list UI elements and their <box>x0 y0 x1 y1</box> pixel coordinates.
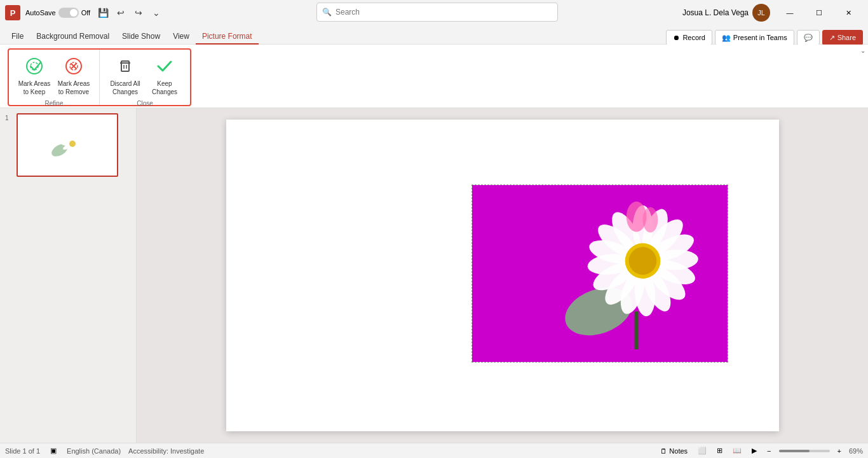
zoom-in-button[interactable]: + <box>835 446 844 456</box>
slideshow-button[interactable]: ▶ <box>749 445 759 456</box>
status-right: 🗒 Notes ⬜ ⊞ 📖 ▶ − + 69% <box>658 445 863 456</box>
minimize-button[interactable]: — <box>775 3 804 22</box>
keep-changes-label: KeepChanges <box>152 80 177 96</box>
customize-button[interactable]: ⌄ <box>149 5 164 20</box>
keep-changes-button[interactable]: KeepChanges <box>147 52 182 99</box>
status-bar: Slide 1 of 1 ▣ English (Canada) Accessib… <box>0 443 868 458</box>
keep-changes-icon <box>153 55 176 78</box>
svg-point-0 <box>27 59 42 74</box>
search-input[interactable] <box>336 8 552 17</box>
search-icon: 🔍 <box>322 8 332 17</box>
ribbon-group-close: Discard AllChanges KeepChanges Close <box>100 50 190 105</box>
editor-area <box>137 108 868 443</box>
accessibility-label: Accessibility: Investigate <box>128 447 204 455</box>
save-button[interactable]: 💾 <box>95 5 111 20</box>
app-icon: P <box>5 5 20 20</box>
zoom-slider[interactable] <box>779 450 830 452</box>
ribbon-tabs: File Background Removal Slide Show View … <box>0 25 868 45</box>
toggle-knob <box>70 9 78 17</box>
autosave-label: AutoSave <box>25 9 56 17</box>
discard-all-button[interactable]: Discard AllChanges <box>107 52 143 99</box>
redo-button[interactable]: ↪ <box>131 5 146 20</box>
flower-background <box>472 185 728 362</box>
slide-sorter-button[interactable]: ⊞ <box>714 445 725 456</box>
record-label: Record <box>682 34 705 41</box>
refine-group-label: Refine <box>45 99 64 108</box>
language-label: English (Canada) <box>67 447 121 455</box>
slide-item[interactable]: 1 <box>5 113 131 177</box>
ribbon-expand-icon[interactable]: ⌄ <box>860 47 865 54</box>
tab-view[interactable]: View <box>166 29 196 45</box>
close-button[interactable]: ✕ <box>834 3 863 22</box>
ribbon: ⌄ Mark Areasto Keep <box>0 45 868 108</box>
present-teams-label: Present in Teams <box>733 34 787 41</box>
normal-view-button[interactable]: ⬜ <box>695 445 709 456</box>
zoom-out-button[interactable]: − <box>764 446 773 456</box>
discard-icon <box>114 55 137 78</box>
tab-slide-show[interactable]: Slide Show <box>116 29 166 45</box>
svg-point-40 <box>642 207 658 233</box>
share-label: Share <box>837 34 856 41</box>
user-avatar: JL <box>752 4 770 22</box>
teams-icon: 👥 <box>722 34 731 42</box>
autosave-group: AutoSave Off <box>25 8 90 18</box>
share-button[interactable]: ↗ Share <box>822 30 863 45</box>
notes-label: Notes <box>669 447 688 455</box>
outline-icon: ▣ <box>50 447 57 455</box>
mark-keep-icon <box>23 55 46 78</box>
notes-icon: 🗒 <box>660 447 667 455</box>
svg-point-38 <box>628 247 656 275</box>
autosave-toggle[interactable] <box>58 8 79 18</box>
main-area: 1 <box>0 108 868 443</box>
maximize-button[interactable]: ☐ <box>804 3 834 22</box>
share-icon: ↗ <box>829 34 835 42</box>
mark-areas-remove-button[interactable]: Mark Areasto Remove <box>56 52 92 99</box>
slide-panel[interactable]: 1 <box>0 108 137 443</box>
autosave-state: Off <box>81 9 90 17</box>
mark-remove-icon <box>62 55 85 78</box>
window-controls: — ☐ ✕ <box>775 3 863 22</box>
slide-info: Slide 1 of 1 <box>5 447 40 455</box>
present-teams-button[interactable]: 👥 Present in Teams <box>715 30 794 45</box>
flower-image-container[interactable] <box>471 184 728 363</box>
slide-number: 1 <box>5 113 13 121</box>
zoom-level: 69% <box>849 447 863 455</box>
slide-thumbnail[interactable] <box>17 113 118 177</box>
ribbon-group-refine: Mark Areasto Keep Mark Areasto Remove Re… <box>9 50 100 105</box>
thumbnail-flower-svg <box>42 126 93 164</box>
record-icon: ⏺ <box>673 34 680 41</box>
mark-areas-keep-button[interactable]: Mark Areasto Keep <box>17 52 52 99</box>
mark-remove-label: Mark Areasto Remove <box>58 80 90 96</box>
slide-canvas[interactable] <box>226 120 779 431</box>
close-group-label: Close <box>137 99 153 108</box>
tab-picture-format[interactable]: Picture Format <box>196 29 259 45</box>
tab-background-removal[interactable]: Background Removal <box>30 29 116 45</box>
daisy-svg <box>472 185 728 362</box>
reading-view-button[interactable]: 📖 <box>730 445 744 456</box>
user-name: Josua L. Dela Vega <box>682 8 749 17</box>
search-bar: 🔍 <box>316 3 558 22</box>
record-button[interactable]: ⏺ Record <box>666 30 712 45</box>
discard-label: Discard AllChanges <box>110 80 140 96</box>
notes-button[interactable]: 🗒 Notes <box>658 446 690 456</box>
user-area: Josua L. Dela Vega JL <box>682 4 770 22</box>
comments-button[interactable]: 💬 <box>797 30 820 45</box>
svg-point-18 <box>69 141 76 147</box>
zoom-track <box>779 450 810 452</box>
quick-access-toolbar: 💾 ↩ ↪ ⌄ <box>95 5 164 20</box>
comments-icon: 💬 <box>804 34 813 42</box>
mark-keep-label: Mark Areasto Keep <box>18 80 51 96</box>
title-bar: P AutoSave Off 💾 ↩ ↪ ⌄ Presentation1 - P… <box>0 0 868 25</box>
outline-view-button[interactable]: ▣ <box>48 445 59 456</box>
undo-button[interactable]: ↩ <box>113 5 128 20</box>
tab-file[interactable]: File <box>5 29 30 45</box>
